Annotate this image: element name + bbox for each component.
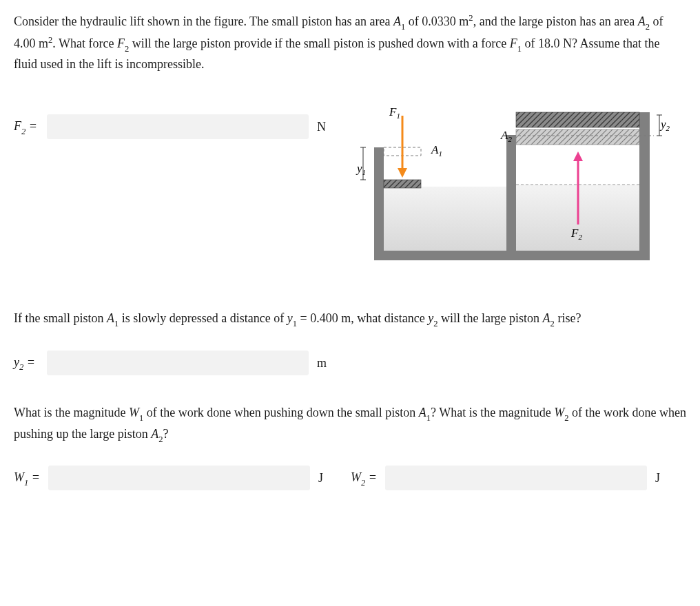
input-W1[interactable] [48, 466, 310, 490]
unit-m: m [317, 353, 327, 373]
text: . What force [52, 36, 117, 50]
var-A: A [638, 14, 646, 28]
label-A2: A2 [500, 129, 512, 143]
large-piston-initial [516, 129, 639, 145]
small-piston-lowered [384, 180, 421, 188]
answer-row-y2: y2 = m [14, 351, 686, 375]
label-F2: F2 = [14, 116, 39, 138]
sub-1: 1 [517, 44, 522, 54]
question-3: What is the magnitude W1 of the work don… [14, 403, 686, 445]
sub-2: 2 [125, 44, 129, 54]
text: Consider the hydraulic lift shown in the… [14, 14, 393, 28]
unit-N: N [317, 117, 326, 137]
var-A: A [393, 14, 401, 28]
label-y1: y1 [356, 162, 366, 176]
sub-2: 2 [646, 22, 650, 32]
svg-marker-7 [573, 152, 583, 161]
problem-statement: Consider the hydraulic lift shown in the… [14, 11, 686, 74]
divider [506, 135, 516, 251]
large-piston-raised [516, 112, 639, 127]
unit-J: J [655, 468, 660, 488]
label-W1: W1 = [14, 468, 40, 489]
sub-1: 1 [401, 22, 405, 32]
answer-row-F2: F2 = N [14, 114, 326, 139]
figure-svg: F1 A1 y1 A2 y2 F2 [353, 102, 670, 281]
label-y2: y2 = [14, 353, 39, 374]
text: will the large piston provide if the sma… [129, 36, 510, 50]
label-W2: W2 = [351, 468, 377, 489]
input-F2[interactable] [47, 114, 309, 139]
answer-row-W2: W2 = J [351, 466, 660, 490]
input-y2[interactable] [47, 351, 309, 375]
text: of 0.0330 m [405, 14, 469, 28]
label-y2: y2 [659, 118, 670, 132]
svg-marker-6 [398, 168, 407, 178]
hydraulic-lift-figure: F1 A1 y1 A2 y2 F2 [353, 102, 686, 281]
text: , and the large piston has an area [473, 14, 638, 28]
question-2: If the small piston A1 is slowly depress… [14, 309, 686, 330]
var-F: F [510, 36, 517, 50]
unit-J: J [318, 468, 323, 488]
label-F1: F1 [389, 105, 400, 120]
var-F: F [117, 36, 125, 50]
answer-row-W1: W1 = J [14, 466, 323, 490]
label-A1: A1 [431, 143, 442, 158]
input-W2[interactable] [385, 466, 647, 490]
